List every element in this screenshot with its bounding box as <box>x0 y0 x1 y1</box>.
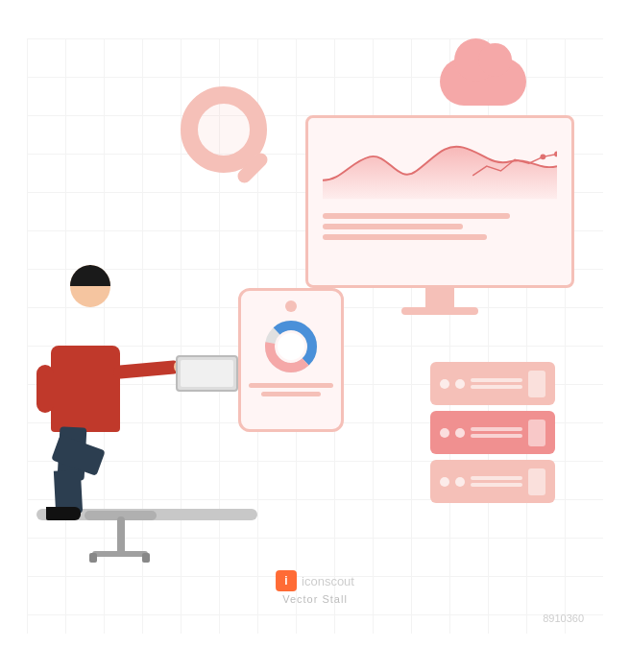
person-head <box>70 265 110 307</box>
donut-chart <box>262 318 320 375</box>
iconscout-icon: i <box>276 570 297 591</box>
server-dot-6 <box>455 477 465 487</box>
server-line-5 <box>471 476 522 480</box>
server-line-4 <box>471 434 522 438</box>
server-line-2 <box>471 385 522 389</box>
server-dot-2 <box>455 379 465 389</box>
server-lines-2 <box>471 427 522 438</box>
tablet-home-button <box>285 300 297 312</box>
id-badge: 8910360 <box>543 612 584 624</box>
server-dot-5 <box>440 477 449 487</box>
tablet-text-line-2 <box>261 392 321 396</box>
tablet-text-line-1 <box>249 383 333 388</box>
server-rect-2 <box>528 420 545 446</box>
server-unit-1 <box>430 362 555 405</box>
server-lines-1 <box>471 378 522 389</box>
server-dot-3 <box>440 428 449 438</box>
monitor-base <box>401 307 478 315</box>
stool-cross <box>92 551 148 557</box>
laptop <box>176 355 238 392</box>
stool-foot-right <box>142 553 150 563</box>
server-dot-1 <box>440 379 449 389</box>
server-lines-3 <box>471 476 522 487</box>
person-body <box>51 346 120 432</box>
cloud-illustration <box>440 58 526 106</box>
magnifier-circle <box>181 86 267 173</box>
monitor-screen <box>305 115 574 288</box>
monitor-illustration <box>305 115 574 315</box>
svg-point-5 <box>278 333 304 360</box>
monitor-text-line-2 <box>323 224 463 229</box>
vector-stall-label: Vector Stall <box>276 593 354 605</box>
server-unit-2 <box>430 411 555 454</box>
stool-foot-left <box>89 553 97 563</box>
brand-label: iconscout <box>302 574 354 588</box>
tablet-illustration <box>238 288 344 432</box>
server-line-6 <box>471 483 522 487</box>
server-rect-1 <box>528 371 545 397</box>
monitor-text-line-3 <box>323 234 487 240</box>
illustration-area: i iconscout Vector Stall 8910360 <box>27 38 603 634</box>
main-container: i iconscout Vector Stall 8910360 <box>0 0 630 672</box>
server-rect-3 <box>528 468 545 495</box>
area-chart <box>323 132 557 209</box>
monitor-stand <box>425 288 454 307</box>
server-line-3 <box>471 427 522 431</box>
server-stack <box>430 362 555 509</box>
svg-point-1 <box>554 152 557 157</box>
server-unit-3 <box>430 460 555 503</box>
cloud-shape <box>440 58 526 106</box>
watermark-logo: i iconscout <box>276 570 354 591</box>
svg-point-0 <box>540 154 545 159</box>
monitor-text-line-1 <box>323 213 510 219</box>
server-dot-4 <box>455 428 465 438</box>
server-line-1 <box>471 378 522 382</box>
shoe-left <box>46 507 81 520</box>
magnifier-icon <box>181 86 267 173</box>
watermark: i iconscout Vector Stall <box>276 570 354 605</box>
